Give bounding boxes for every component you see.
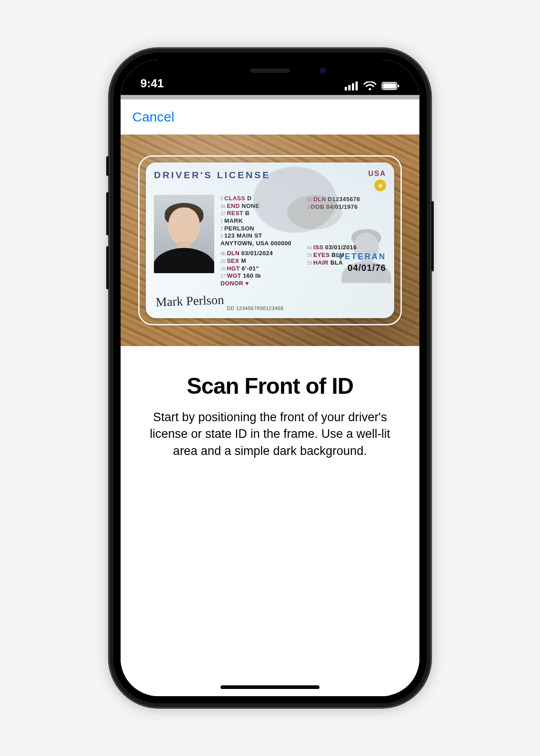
id-fields: 9CLASSD 9aENDNONE 12RESTB 1MARK 2PERLSON… <box>220 195 386 288</box>
dob-large: 04/01/76 <box>347 262 386 274</box>
status-time: 9:41 <box>140 76 164 90</box>
nav-bar: Cancel <box>121 99 419 135</box>
svg-rect-1 <box>348 85 351 90</box>
id-photo <box>154 195 214 273</box>
real-id-star-icon: ★ <box>374 180 386 191</box>
id-signature: Mark Perlson <box>155 292 224 309</box>
svg-rect-3 <box>356 81 358 90</box>
screen: 9:41 <box>121 60 419 696</box>
speaker-grille <box>250 68 290 73</box>
wifi-icon <box>364 81 376 90</box>
front-camera-icon <box>320 68 326 74</box>
svg-point-4 <box>369 88 371 90</box>
camera-preview[interactable]: DRIVER'S LICENSE USA ★ <box>121 135 419 346</box>
cancel-button[interactable]: Cancel <box>132 109 174 125</box>
battery-icon <box>382 81 400 90</box>
cellular-icon <box>345 81 358 90</box>
power-button <box>431 201 434 271</box>
veteran-label: VETERAN <box>338 252 386 262</box>
instruction-title: Scan Front of ID <box>142 373 398 399</box>
svg-rect-0 <box>345 87 347 90</box>
volume-up-button <box>106 192 109 235</box>
id-card: DRIVER'S LICENSE USA ★ <box>146 162 394 318</box>
svg-rect-2 <box>352 83 354 90</box>
mute-switch <box>106 156 109 176</box>
instructions-section: Scan Front of ID Start by positioning th… <box>121 346 419 696</box>
id-country: USA <box>368 170 386 178</box>
svg-rect-7 <box>398 85 399 87</box>
svg-rect-6 <box>383 83 396 89</box>
id-title: DRIVER'S LICENSE <box>154 170 270 180</box>
volume-down-button <box>106 246 109 289</box>
heart-icon: ♥ <box>245 280 249 287</box>
instruction-body: Start by positioning the front of your d… <box>142 409 398 459</box>
id-dd: DD 1234567890123456 <box>227 306 284 311</box>
background-sheet <box>121 95 419 99</box>
home-indicator[interactable] <box>220 685 320 689</box>
phone-frame: 9:41 <box>109 48 431 708</box>
scan-frame: DRIVER'S LICENSE USA ★ <box>138 155 402 325</box>
notch <box>202 60 338 81</box>
